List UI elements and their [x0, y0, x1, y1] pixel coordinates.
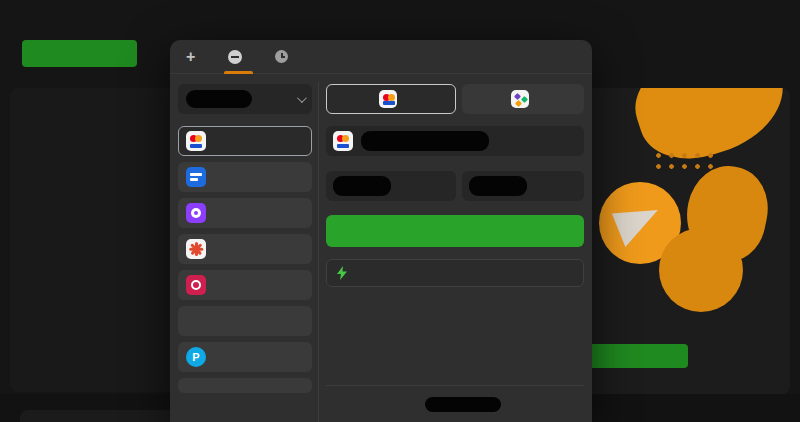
withdraw-amount-redacted [333, 176, 391, 196]
paper-plane-icon [612, 197, 666, 247]
operator-card-p2p-alt[interactable] [462, 84, 584, 114]
clock-icon [275, 50, 288, 63]
payeer-icon: P [186, 347, 206, 367]
modal-header: + [170, 40, 592, 74]
orange-circle-decor [659, 228, 743, 312]
mobile-phone-icon [186, 311, 206, 331]
tab-deposit[interactable]: + [186, 40, 202, 74]
method-card[interactable] [178, 126, 312, 156]
currency-select[interactable] [178, 84, 312, 114]
dots-decor [652, 150, 714, 174]
bank-card-icon [379, 90, 397, 108]
bank-card-icon [186, 131, 206, 151]
receive-amount-input[interactable] [462, 171, 584, 201]
column-divider [318, 82, 319, 422]
method-fkwallet[interactable] [178, 270, 312, 300]
method-mobile[interactable] [178, 306, 312, 336]
fee-footer [326, 385, 584, 422]
withdraw-form-column [326, 74, 584, 287]
receive-amount-redacted [469, 176, 527, 196]
withdraw-limit-redacted [425, 397, 501, 412]
method-ecorpay[interactable] [178, 162, 312, 192]
plus-icon: + [186, 49, 195, 65]
piastrix-icon [186, 239, 206, 259]
operator-card-p2p-selected[interactable] [326, 84, 456, 114]
method-yoomoney[interactable] [178, 198, 312, 228]
ecorpay-icon [186, 167, 206, 187]
withdrawal-modal: + [170, 40, 592, 422]
currency-value-redacted [186, 90, 252, 108]
link-telegram-button-2[interactable] [588, 344, 688, 368]
method-payeer[interactable]: P [178, 342, 312, 372]
page-background: + [0, 0, 800, 422]
minus-circle-icon [228, 50, 242, 64]
fast-payouts-banner [326, 259, 584, 287]
bank-card-icon [333, 131, 353, 151]
tab-history[interactable] [275, 40, 295, 74]
lightning-icon [337, 266, 347, 280]
method-partial-clipped[interactable] [178, 378, 312, 393]
yoomoney-icon [186, 203, 206, 223]
withdraw-amount-input[interactable] [326, 171, 456, 201]
account-number-redacted [361, 131, 489, 151]
chevron-down-icon [297, 93, 307, 103]
link-telegram-button[interactable] [22, 40, 137, 67]
method-piastrix[interactable] [178, 234, 312, 264]
sbp-icon [511, 90, 529, 108]
account-number-input[interactable] [326, 126, 584, 156]
modal-body: P [170, 74, 592, 422]
create-request-button[interactable] [326, 215, 584, 247]
tab-withdraw[interactable] [228, 40, 249, 74]
fkwallet-icon [186, 275, 206, 295]
withdraw-methods-column: P [178, 74, 312, 393]
